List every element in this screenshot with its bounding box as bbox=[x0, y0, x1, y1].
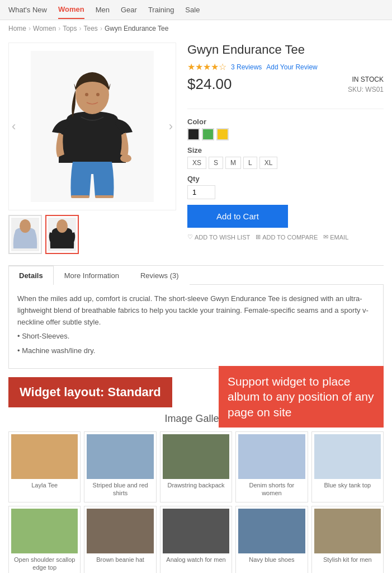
nav-item-sale[interactable]: Sale bbox=[185, 1, 200, 18]
breadcrumb-women[interactable]: Women bbox=[33, 25, 56, 32]
thumbnail-1[interactable] bbox=[8, 215, 42, 254]
gallery-caption-2: Drawstring backpack bbox=[163, 479, 229, 491]
tab-description-text: When the miles add up, comfort is crucia… bbox=[17, 293, 375, 328]
nav-item-training[interactable]: Training bbox=[148, 1, 174, 18]
widget-layout-banner: Widget layout: Standard bbox=[8, 377, 172, 407]
heart-icon: ♡ bbox=[187, 233, 193, 241]
svg-rect-6 bbox=[95, 195, 114, 198]
gallery-section: Image Gallery Layla TeeStriped blue and … bbox=[8, 413, 384, 573]
svg-point-4 bbox=[96, 93, 100, 96]
email-link[interactable]: ✉ EMAIL bbox=[323, 233, 348, 241]
swatch-black[interactable] bbox=[187, 128, 200, 140]
svg-point-3 bbox=[85, 93, 88, 96]
svg-rect-5 bbox=[71, 195, 89, 198]
reviews-link[interactable]: 3 Reviews bbox=[231, 63, 262, 71]
product-info: Gwyn Endurance Tee ★★★★☆ 3 Reviews Add Y… bbox=[187, 43, 384, 254]
product-title: Gwyn Endurance Tee bbox=[187, 43, 384, 57]
qty-label: Qty bbox=[187, 175, 384, 183]
breadcrumb: Home › Women › Tops › Tees › Gwyn Endura… bbox=[0, 20, 392, 37]
breadcrumb-sep4: › bbox=[100, 25, 102, 32]
gallery-item-7[interactable]: Analog watch for men bbox=[160, 506, 232, 573]
gallery-item-0[interactable]: Layla Tee bbox=[8, 431, 81, 502]
add-review-link[interactable]: Add Your Review bbox=[266, 63, 317, 71]
svg-point-10 bbox=[20, 219, 31, 233]
wish-list-link[interactable]: ♡ ADD TO WISH LIST bbox=[187, 233, 250, 241]
gallery-item-6[interactable]: Brown beanie hat bbox=[84, 506, 156, 573]
rating-row: ★★★★☆ 3 Reviews Add Your Review bbox=[187, 62, 384, 72]
gallery-row-1: Layla TeeStriped blue and red shirtsDraw… bbox=[8, 431, 384, 502]
breadcrumb-sep: › bbox=[29, 25, 31, 32]
size-btn-xs[interactable]: XS bbox=[187, 157, 206, 169]
swatch-green[interactable] bbox=[202, 128, 214, 140]
size-btn-m[interactable]: M bbox=[225, 157, 241, 169]
tab-details[interactable]: Details bbox=[8, 266, 54, 285]
star-rating: ★★★★☆ bbox=[187, 62, 226, 72]
gallery-item-2[interactable]: Drawstring backpack bbox=[160, 431, 232, 502]
tabs-container: Details More Information Reviews (3) Whe… bbox=[8, 265, 384, 369]
tab-more-info[interactable]: More Information bbox=[54, 266, 130, 285]
gallery-caption-7: Analog watch for men bbox=[163, 553, 229, 566]
main-product-image bbox=[22, 48, 162, 205]
gallery-caption-8: Navy blue shoes bbox=[238, 553, 305, 566]
next-image-button[interactable]: › bbox=[169, 119, 173, 134]
gallery-caption-4: Blue sky tank top bbox=[314, 479, 381, 491]
breadcrumb-sep2: › bbox=[58, 25, 60, 32]
gallery-row-2: Open shoulder scallop edge topBrown bean… bbox=[8, 506, 384, 573]
tab-content-details: When the miles add up, comfort is crucia… bbox=[8, 285, 384, 369]
size-btn-l[interactable]: L bbox=[243, 157, 257, 169]
gallery-caption-1: Striped blue and red shirts bbox=[87, 479, 153, 500]
nav-item-men[interactable]: Men bbox=[96, 1, 110, 18]
top-navigation: What's NewWomenMenGearTrainingSale bbox=[0, 0, 392, 20]
main-image-container: ‹ bbox=[8, 43, 176, 210]
gallery-item-4[interactable]: Blue sky tank top bbox=[311, 431, 384, 502]
size-options: XSSMLXL bbox=[187, 157, 384, 169]
gallery-item-3[interactable]: Denim shorts for women bbox=[235, 431, 308, 502]
gallery-item-9[interactable]: Stylish kit for men bbox=[311, 506, 384, 573]
gallery-item-5[interactable]: Open shoulder scallop edge top bbox=[8, 506, 81, 573]
nav-item-gear[interactable]: Gear bbox=[121, 1, 137, 18]
nav-item-what's-new[interactable]: What's New bbox=[8, 1, 47, 18]
compare-icon: ⊞ bbox=[256, 233, 261, 241]
swatch-yellow[interactable] bbox=[216, 128, 229, 140]
support-widget-banner: Support widget to place album to any pos… bbox=[219, 366, 384, 428]
tab-reviews[interactable]: Reviews (3) bbox=[130, 266, 190, 285]
gallery-item-1[interactable]: Striped blue and red shirts bbox=[84, 431, 156, 502]
qty-input[interactable] bbox=[187, 185, 215, 199]
prev-image-button[interactable]: ‹ bbox=[12, 119, 16, 134]
product-price: $24.00 bbox=[187, 76, 232, 93]
sku: SKU: WS01 bbox=[348, 86, 384, 93]
size-btn-s[interactable]: S bbox=[209, 157, 223, 169]
tabs-header: Details More Information Reviews (3) bbox=[8, 266, 384, 285]
svg-point-7 bbox=[120, 154, 131, 162]
breadcrumb-sep3: › bbox=[79, 25, 82, 32]
color-swatches bbox=[187, 128, 384, 140]
sku-label: SKU: bbox=[348, 86, 363, 93]
thumbnails bbox=[8, 215, 176, 254]
size-btn-xl[interactable]: XL bbox=[259, 157, 278, 169]
widget-area: Widget layout: Standard Support widget t… bbox=[8, 377, 384, 407]
compare-link[interactable]: ⊞ ADD TO COMPARE bbox=[256, 233, 318, 241]
gallery-caption-0: Layla Tee bbox=[11, 479, 78, 491]
add-to-cart-button[interactable]: Add to Cart bbox=[187, 205, 288, 228]
thumbnail-2[interactable] bbox=[45, 215, 79, 254]
color-label: Color bbox=[187, 118, 384, 126]
breadcrumb-tops[interactable]: Tops bbox=[63, 25, 77, 32]
product-section: ‹ bbox=[0, 37, 392, 265]
gallery-caption-3: Denim shorts for women bbox=[238, 479, 305, 500]
sku-value: WS01 bbox=[365, 86, 384, 93]
tab-detail-2: • Machine wash/line dry. bbox=[17, 345, 375, 357]
tab-detail-1: • Short-Sleeves. bbox=[17, 331, 375, 342]
gallery-caption-6: Brown beanie hat bbox=[87, 553, 153, 566]
gallery-item-8[interactable]: Navy blue shoes bbox=[235, 506, 308, 573]
breadcrumb-home[interactable]: Home bbox=[8, 25, 26, 32]
stock-status: IN STOCK bbox=[348, 76, 384, 83]
svg-point-13 bbox=[56, 219, 68, 233]
product-images: ‹ bbox=[8, 43, 176, 254]
email-icon: ✉ bbox=[323, 233, 328, 241]
breadcrumb-tees[interactable]: Tees bbox=[84, 25, 98, 32]
size-label: Size bbox=[187, 146, 384, 154]
action-links: ♡ ADD TO WISH LIST ⊞ ADD TO COMPARE ✉ EM… bbox=[187, 233, 384, 241]
gallery-caption-9: Stylish kit for men bbox=[314, 553, 381, 566]
breadcrumb-current: Gwyn Endurance Tee bbox=[105, 25, 169, 32]
nav-item-women[interactable]: Women bbox=[58, 1, 84, 19]
